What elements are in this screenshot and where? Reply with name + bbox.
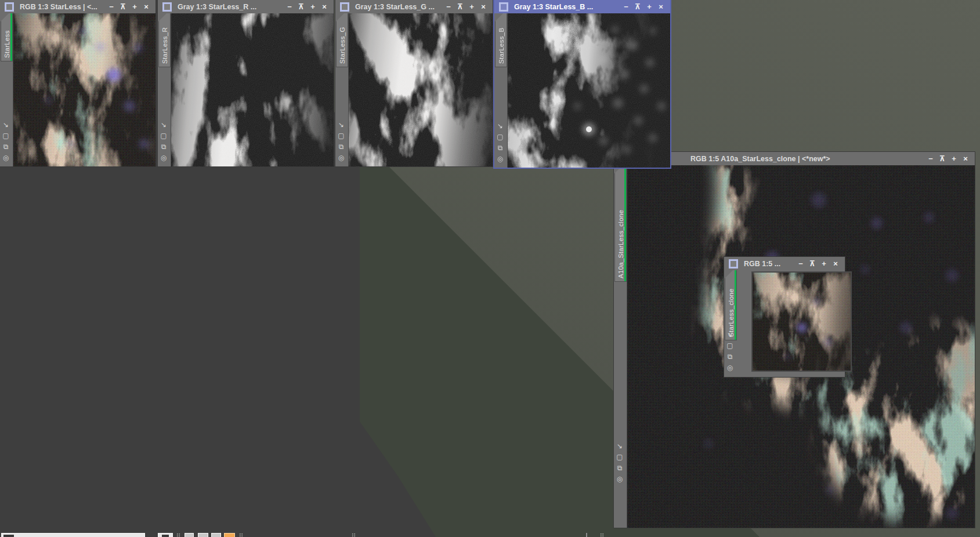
window-starless-b: Gray 1:3 StarLess_B ... − ⊼ + × StarLess… [494, 0, 670, 168]
image-sidebar: StarLess_clone ↘ ▢ ⧉ ◎ [724, 270, 737, 377]
image-identifier: StarLess_R [161, 27, 168, 64]
taskbar-field-icon [3, 535, 14, 537]
image-canvas[interactable] [13, 13, 156, 166]
image-identifier: StarLess_G [339, 27, 346, 64]
image-sidebar: StarLess_G ↘ ▢ ⧉ ◎ [335, 13, 348, 166]
nebula-image [171, 13, 334, 166]
taskbar-button[interactable] [211, 533, 221, 537]
taskbar-button[interactable] [158, 533, 173, 537]
shade-button[interactable]: ⊼ [807, 257, 818, 270]
image-canvas[interactable] [171, 13, 334, 166]
track-view-icon[interactable]: ◎ [337, 154, 345, 161]
nebula-image [349, 13, 493, 166]
selection-icon[interactable]: ▢ [160, 132, 168, 139]
shade-button[interactable]: ⊼ [936, 152, 948, 165]
toolbar-separator [586, 533, 587, 537]
maximize-button[interactable]: + [948, 152, 960, 165]
selection-icon[interactable]: ▢ [2, 132, 10, 139]
selection-icon[interactable]: ▢ [726, 342, 734, 349]
close-button[interactable]: × [319, 0, 330, 13]
titlebar[interactable]: Gray 1:3 StarLess_B ... − ⊼ + × [494, 0, 670, 14]
fit-view-icon[interactable]: ↘ [2, 121, 10, 128]
duplicate-icon[interactable]: ⧉ [496, 144, 504, 151]
shade-button[interactable]: ⊼ [117, 0, 129, 13]
minimize-button[interactable]: − [443, 0, 454, 13]
image-identifier-tab[interactable]: StarLess [1, 13, 13, 61]
track-view-icon[interactable]: ◎ [160, 154, 168, 161]
image-identifier-tab[interactable]: A10a_StarLess_clone [614, 165, 627, 282]
taskbar [0, 533, 980, 537]
maximize-button[interactable]: + [307, 0, 319, 13]
duplicate-icon[interactable]: ⧉ [726, 353, 734, 360]
close-button[interactable]: × [140, 0, 152, 13]
track-view-icon[interactable]: ◎ [616, 476, 624, 482]
selection-icon[interactable]: ▢ [337, 132, 345, 139]
shade-button[interactable]: ⊼ [632, 0, 643, 13]
fit-view-icon[interactable]: ↘ [496, 122, 504, 129]
image-sidebar: A10a_StarLess_clone ↘ ▢ ⧉ ◎ [614, 165, 627, 528]
fit-view-icon[interactable]: ↘ [160, 121, 168, 128]
image-canvas[interactable] [751, 271, 852, 372]
shade-button[interactable]: ⊼ [454, 0, 466, 13]
taskbar-button[interactable] [198, 533, 208, 537]
duplicate-icon[interactable]: ⧉ [616, 465, 624, 471]
fit-view-icon[interactable]: ↘ [337, 121, 345, 128]
duplicate-icon[interactable]: ⧉ [160, 143, 168, 150]
titlebar[interactable]: Gray 1:3 StarLess_R ... − ⊼ + × [158, 0, 334, 14]
nebula-image [13, 13, 156, 166]
selection-icon[interactable]: ▢ [616, 453, 624, 460]
fit-view-icon[interactable]: ↘ [616, 442, 624, 449]
image-identifier: A10a_StarLess_clone [617, 210, 624, 278]
maximize-button[interactable]: + [466, 0, 478, 13]
titlebar[interactable]: RGB 1:5 ... − ⊼ + × [724, 257, 845, 271]
image-identifier-tab[interactable]: StarLess_clone [725, 270, 737, 340]
titlebar[interactable]: RGB 1:3 StarLess | <... − ⊼ + × [0, 0, 156, 14]
shade-button[interactable]: ⊼ [295, 0, 307, 13]
image-canvas[interactable] [348, 13, 493, 166]
minimize-button[interactable]: − [284, 0, 295, 13]
image-identifier-tab[interactable]: StarLess_B [495, 13, 507, 67]
selection-icon[interactable]: ▢ [496, 133, 504, 140]
maximize-button[interactable]: + [129, 0, 140, 13]
track-view-icon[interactable]: ◎ [496, 155, 504, 162]
window-title: RGB 1:5 A10a_StarLess_clone | <*new*> [690, 155, 830, 163]
close-button[interactable]: × [478, 0, 489, 13]
minimize-button[interactable]: − [925, 152, 936, 165]
duplicate-icon[interactable]: ⧉ [337, 143, 345, 150]
minimize-button[interactable]: − [795, 257, 807, 270]
duplicate-icon[interactable]: ⧉ [2, 143, 10, 150]
track-view-icon[interactable]: ◎ [2, 154, 10, 161]
color-swatch-orange[interactable] [224, 533, 235, 537]
minimize-button[interactable]: − [106, 0, 117, 13]
window-icon [499, 2, 508, 12]
window-icon [729, 259, 738, 268]
image-identifier: StarLess_clone [728, 289, 735, 337]
toolbar-grip-icon [176, 533, 180, 537]
image-identifier-tab[interactable]: StarLess_G [336, 13, 348, 67]
window-icon [340, 2, 349, 12]
window-title: RGB 1:3 StarLess | <... [20, 3, 97, 11]
image-identifier-tab[interactable]: StarLess_R [158, 13, 171, 67]
toolbar-grip-icon [352, 533, 356, 537]
maximize-button[interactable]: + [818, 257, 830, 270]
titlebar[interactable]: Gray 1:3 StarLess_G ... − ⊼ + × [335, 0, 493, 14]
taskbar-button-icon [162, 535, 169, 537]
pixinsight-workspace: RGB 1:5 A10a_StarLess_clone | <*new*> − … [0, 0, 980, 537]
fit-view-icon[interactable]: ↘ [726, 331, 734, 338]
maximize-button[interactable]: + [643, 0, 655, 13]
image-sidebar: StarLess_B ↘ ▢ ⧉ ◎ [494, 13, 507, 168]
window-title: Gray 1:3 StarLess_R ... [178, 3, 256, 11]
taskbar-field[interactable] [1, 533, 145, 537]
close-button[interactable]: × [830, 257, 841, 270]
window-starless-r: Gray 1:3 StarLess_R ... − ⊼ + × StarLess… [158, 0, 334, 166]
taskbar-button[interactable] [185, 533, 194, 537]
image-canvas[interactable] [507, 13, 670, 168]
track-view-icon[interactable]: ◎ [726, 364, 734, 371]
window-icon [162, 2, 172, 12]
image-sidebar: StarLess ↘ ▢ ⧉ ◎ [0, 13, 13, 166]
close-button[interactable]: × [655, 0, 667, 13]
image-identifier: StarLess [3, 30, 10, 58]
minimize-button[interactable]: − [620, 0, 632, 13]
window-title: RGB 1:5 ... [744, 260, 780, 268]
close-button[interactable]: × [960, 152, 971, 165]
